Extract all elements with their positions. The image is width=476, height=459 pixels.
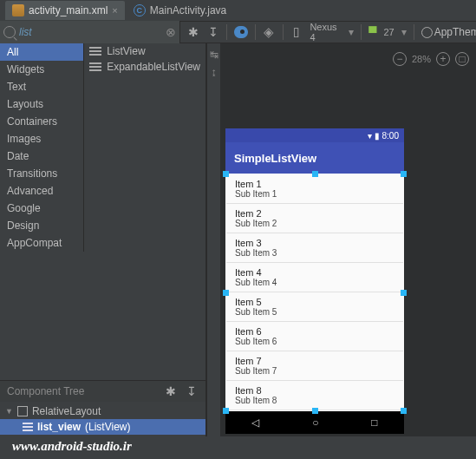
category-appcompat[interactable]: AppCompat — [0, 234, 83, 252]
resize-handle[interactable] — [223, 171, 229, 177]
relativelayout-icon — [17, 406, 28, 416]
palette-categories: All Widgets Text Layouts Containers Imag… — [0, 43, 84, 252]
tab-label: MainActivity.java — [150, 4, 226, 16]
gear-icon[interactable] — [187, 25, 200, 39]
gear-icon[interactable] — [164, 384, 178, 398]
preview-status-bar: ▾ ▮ 8:00 — [225, 128, 404, 142]
resize-handle[interactable] — [401, 408, 407, 414]
list-item: Item 7Sub Item 7 — [226, 351, 403, 381]
preview-nav-bar: ◁ ○ □ — [225, 411, 404, 434]
design-toolbar: Nexus 4 ▾ ▀ 27 ▾ AppThem — [180, 22, 476, 43]
sort-icon[interactable] — [185, 384, 199, 398]
search-icon — [3, 26, 16, 38]
tab-activity-main[interactable]: activity_main.xml × — [5, 1, 125, 20]
resize-handle[interactable] — [401, 290, 407, 296]
separator — [255, 24, 256, 40]
resize-handle[interactable] — [312, 171, 318, 177]
palette-item-listview[interactable]: ListView — [84, 43, 205, 59]
close-icon[interactable]: × — [112, 5, 117, 16]
component-tree-panel: Component Tree ▼ RelativeLayout list_vie… — [0, 380, 205, 436]
category-widgets[interactable]: Widgets — [0, 61, 83, 78]
separator — [361, 24, 362, 40]
category-layouts[interactable]: Layouts — [0, 95, 83, 113]
zoom-level: 28% — [412, 54, 431, 64]
category-all[interactable]: All — [0, 43, 83, 61]
expandablelistview-icon — [89, 62, 101, 71]
tree-node-listview[interactable]: list_view (ListView) — [0, 419, 205, 435]
list-item: Item 6Sub Item 6 — [226, 322, 403, 351]
separator — [226, 24, 227, 40]
preview-listview[interactable]: Item 1Sub Item 1 Item 2Sub Item 2 Item 3… — [225, 174, 404, 411]
zoom-controls: − 28% + □ — [393, 52, 469, 66]
preview-app-bar: SimpleListView — [225, 142, 404, 174]
device-icon[interactable] — [290, 25, 303, 39]
orientation-icon[interactable] — [263, 25, 276, 39]
api-selector[interactable]: 27 — [384, 27, 394, 37]
sort-icon[interactable] — [207, 25, 220, 39]
palette-item-label: ListView — [107, 45, 145, 57]
align-horizontal-icon[interactable]: ↹ — [210, 49, 218, 61]
device-preview[interactable]: ▾ ▮ 8:00 SimpleListView Item 1Sub Item 1… — [225, 128, 404, 434]
list-item: Item 2Sub Item 2 — [226, 204, 403, 233]
zoom-box-icon[interactable]: □ — [455, 52, 469, 66]
toolbar-row: ⊗ Nexus 4 ▾ ▀ 27 ▾ AppThem — [0, 21, 476, 43]
back-icon: ◁ — [251, 416, 259, 429]
battery-icon: ▮ — [375, 131, 380, 141]
tab-main-activity[interactable]: C MainActivity.java — [127, 1, 233, 20]
tree-node-relativelayout[interactable]: ▼ RelativeLayout — [0, 403, 205, 419]
watermark: www.android-studio.ir — [12, 439, 132, 454]
search-input[interactable] — [19, 26, 166, 38]
list-item: Item 5Sub Item 5 — [226, 292, 403, 322]
xml-file-icon — [12, 4, 24, 16]
theme-label: AppThem — [434, 26, 476, 38]
eye-icon[interactable] — [234, 25, 248, 39]
category-containers[interactable]: Containers — [0, 113, 83, 130]
clear-icon[interactable]: ⊗ — [166, 25, 176, 39]
clock-label: 8:00 — [382, 131, 399, 141]
category-date[interactable]: Date — [0, 148, 83, 165]
category-advanced[interactable]: Advanced — [0, 182, 83, 200]
wifi-icon: ▾ — [368, 131, 372, 141]
tree-node-id: list_view — [37, 421, 81, 433]
zoom-out-button[interactable]: − — [393, 52, 407, 66]
category-images[interactable]: Images — [0, 130, 83, 148]
theme-selector[interactable]: AppThem — [421, 26, 476, 38]
resize-handle[interactable] — [312, 408, 318, 414]
android-icon: ▀ — [368, 26, 376, 39]
main-area: All Widgets Text Layouts Containers Imag… — [0, 43, 476, 436]
category-design[interactable]: Design — [0, 217, 83, 234]
home-icon: ○ — [312, 416, 318, 429]
palette-item-expandablelistview[interactable]: ExpandableListView — [84, 59, 205, 75]
editor-tabs: activity_main.xml × C MainActivity.java — [0, 0, 476, 21]
device-selector[interactable]: Nexus 4 — [310, 22, 342, 43]
resize-handle[interactable] — [223, 290, 229, 296]
list-item: Item 3Sub Item 3 — [226, 233, 403, 263]
component-tree-title: Component Tree — [7, 385, 157, 397]
tree-node-type: (ListView) — [85, 421, 130, 433]
design-surface[interactable]: − 28% + □ ▾ ▮ 8:00 SimpleListView Item 1… — [220, 43, 476, 436]
palette-panel: All Widgets Text Layouts Containers Imag… — [0, 43, 206, 436]
resize-handle[interactable] — [401, 171, 407, 177]
palette-search[interactable]: ⊗ — [0, 21, 180, 43]
listview-icon — [23, 423, 33, 431]
java-file-icon: C — [134, 4, 146, 16]
list-item: Item 4Sub Item 4 — [226, 263, 403, 292]
resize-handle[interactable] — [223, 408, 229, 414]
palette-item-label: ExpandableListView — [107, 61, 200, 73]
category-transitions[interactable]: Transitions — [0, 165, 83, 182]
separator — [414, 24, 414, 40]
list-item: Item 1Sub Item 1 — [226, 174, 403, 204]
align-vertical-icon[interactable]: ↨ — [212, 66, 217, 78]
palette-views: ListView ExpandableListView — [84, 43, 205, 252]
category-text[interactable]: Text — [0, 78, 83, 95]
theme-icon — [421, 27, 433, 38]
separator — [283, 24, 284, 40]
app-title: SimpleListView — [234, 152, 316, 165]
zoom-in-button[interactable]: + — [436, 52, 450, 66]
alignment-gutter: ↹ ↨ — [206, 43, 220, 436]
expand-icon[interactable]: ▼ — [5, 407, 13, 416]
recents-icon: □ — [371, 416, 377, 429]
list-item: Item 8Sub Item 8 — [226, 381, 403, 410]
tab-label: activity_main.xml — [29, 4, 108, 16]
category-google[interactable]: Google — [0, 200, 83, 217]
